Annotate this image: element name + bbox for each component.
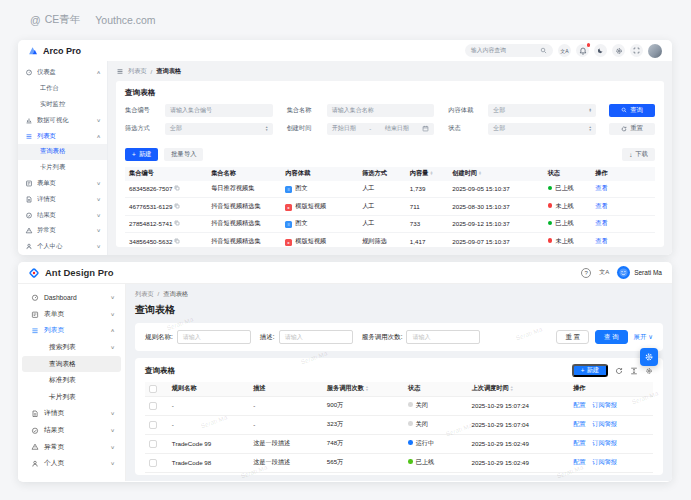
column-header-status: 状态 xyxy=(404,382,468,396)
gear-icon xyxy=(644,352,654,362)
row-checkbox[interactable] xyxy=(149,402,157,410)
create-button[interactable]: + 新建 xyxy=(125,148,158,161)
column-settings-icon[interactable] xyxy=(645,367,653,375)
breadcrumb-item[interactable]: 列表页 xyxy=(135,290,154,299)
sidebar-item-result-pages[interactable]: 结果页 ∨ xyxy=(18,207,107,223)
settings-button[interactable] xyxy=(612,44,625,57)
column-header-calls[interactable]: 服务调用次数▴▾ xyxy=(323,382,404,396)
dark-mode-button[interactable] xyxy=(594,44,607,57)
download-button[interactable]: ↓ 下载 xyxy=(622,148,655,161)
avatar[interactable] xyxy=(648,44,662,58)
sidebar-item-workplace[interactable]: 工作台 xyxy=(18,81,107,97)
sidebar-item-user-center[interactable]: 个人中心 ∨ xyxy=(18,239,107,255)
sort-carets-icon[interactable]: ▴▾ xyxy=(430,171,432,177)
copy-icon[interactable] xyxy=(174,220,180,226)
view-link[interactable]: 查看 xyxy=(595,237,607,244)
configure-link[interactable]: 配置 xyxy=(573,420,585,427)
sidebar-item-profile-pages[interactable]: 详情页 ∨ xyxy=(18,191,107,207)
reset-button[interactable]: 重 置 xyxy=(556,330,589,344)
sidebar-item-label: 结果页 xyxy=(44,426,64,435)
sidebar-item-exception-pages[interactable]: 异常页 ∨ xyxy=(18,223,107,239)
fullscreen-button[interactable] xyxy=(630,44,643,57)
collection-id-input[interactable]: 请输入集合编号 xyxy=(165,104,273,117)
collection-name-input[interactable]: 请输入集合名称 xyxy=(327,104,435,117)
copy-icon[interactable] xyxy=(174,203,180,209)
menu-collapse-icon[interactable] xyxy=(116,68,124,75)
view-link[interactable]: 查看 xyxy=(595,202,607,209)
service-calls-input[interactable]: 请输入 xyxy=(406,330,480,344)
theme-settings-button[interactable] xyxy=(640,348,658,366)
sidebar-item-form-pages[interactable]: 表单页 ∨ xyxy=(22,307,121,323)
search-button[interactable]: 查 询 xyxy=(595,330,628,344)
expand-link-label: 展开 xyxy=(634,333,647,342)
sidebar-item-search-list[interactable]: 搜索列表 ∨ xyxy=(22,340,121,356)
copy-icon[interactable] xyxy=(174,238,180,244)
configure-link[interactable]: 配置 xyxy=(573,439,585,446)
table-header-row: 规则名称 描述 服务调用次数▴▾ 状态 上次调度时间▴▾ 操作 xyxy=(145,382,653,396)
sidebar-item-dashboard[interactable]: Dashboard ∨ xyxy=(22,290,121,306)
breadcrumb-item[interactable]: 列表页 xyxy=(128,67,147,76)
antd-logo[interactable]: Ant Design Pro xyxy=(28,267,114,279)
search-placeholder: 输入内容查询 xyxy=(471,46,506,55)
sidebar-item-form-pages[interactable]: 表单页 ∨ xyxy=(18,176,107,192)
expand-link[interactable]: 展开 ∨ xyxy=(634,333,653,342)
column-header-created[interactable]: 创建时间▴▾ xyxy=(448,167,543,181)
sidebar-item-search-table[interactable]: 查询表格 xyxy=(18,144,107,160)
arco-logo[interactable]: Arco Pro xyxy=(28,45,81,56)
column-header-count[interactable]: 内容量▴▾ xyxy=(406,167,448,181)
view-link[interactable]: 查看 xyxy=(595,184,607,191)
sidebar-item-card-list[interactable]: 卡片列表 xyxy=(22,390,121,406)
sidebar-item-card-list[interactable]: 卡片列表 xyxy=(18,160,107,176)
subscribe-alert-link[interactable]: 订阅警报 xyxy=(592,458,617,465)
column-header-time[interactable]: 上次调度时间▴▾ xyxy=(468,382,570,396)
reload-icon[interactable] xyxy=(615,367,623,375)
sidebar-item-result-pages[interactable]: 结果页 ∨ xyxy=(22,423,121,439)
configure-link[interactable]: 配置 xyxy=(573,458,585,465)
sort-carets-icon[interactable]: ▴▾ xyxy=(366,386,368,392)
create-button[interactable]: + 新建 xyxy=(572,364,608,377)
arco-navbar-actions: 输入内容查询 文A xyxy=(465,44,662,58)
filter-type-select[interactable]: 全部 ▴▾ xyxy=(165,123,273,136)
select-all-checkbox[interactable] xyxy=(149,385,157,393)
row-checkbox[interactable] xyxy=(149,440,157,448)
chevron-down-icon: ∨ xyxy=(110,445,115,450)
sidebar-item-search-table[interactable]: 查询表格 xyxy=(22,356,121,372)
content-genre-select[interactable]: 全部 ▴▾ xyxy=(488,104,596,117)
translate-button[interactable]: 文A xyxy=(558,44,571,57)
row-checkbox[interactable] xyxy=(149,459,157,467)
sidebar-item-profile-pages[interactable]: 详情页 ∨ xyxy=(22,406,121,422)
copy-icon[interactable] xyxy=(174,185,180,191)
create-button-label: 新建 xyxy=(586,366,599,375)
date-range-picker[interactable]: 开始日期 - 结束日期 xyxy=(327,123,435,136)
sidebar-item-list-pages[interactable]: 列表页 ∧ xyxy=(22,323,121,339)
sidebar-item-account-pages[interactable]: 个人页 ∨ xyxy=(22,456,121,472)
arco-global-search-input[interactable]: 输入内容查询 xyxy=(465,44,553,57)
subscribe-alert-link[interactable]: 订阅警报 xyxy=(592,439,617,446)
configure-link[interactable]: 配置 xyxy=(573,401,585,408)
row-checkbox[interactable] xyxy=(149,421,157,429)
search-button[interactable]: 查询 xyxy=(609,104,655,117)
help-button[interactable]: ? xyxy=(581,268,591,278)
subscribe-alert-link[interactable]: 订阅警报 xyxy=(592,401,617,408)
description-input[interactable]: 请输入 xyxy=(279,330,353,344)
view-link[interactable]: 查看 xyxy=(595,219,607,226)
column-header-id: 集合编号 xyxy=(125,167,207,181)
cell-status: 运行中 xyxy=(404,434,468,453)
user-menu[interactable]: Serati Ma xyxy=(617,266,662,279)
sidebar-item-dashboard[interactable]: 仪表盘 ∧ xyxy=(18,65,107,81)
density-icon[interactable] xyxy=(630,367,638,375)
subscribe-alert-link[interactable]: 订阅警报 xyxy=(592,420,617,427)
reset-button[interactable]: 重置 xyxy=(609,123,655,136)
batch-import-button[interactable]: 批量导入 xyxy=(164,148,203,161)
sidebar-item-monitor[interactable]: 实时监控 xyxy=(18,97,107,113)
status-select[interactable]: 全部 ▴▾ xyxy=(488,123,596,136)
translate-button[interactable]: 文A xyxy=(599,268,609,277)
sort-carets-icon[interactable]: ▴▾ xyxy=(479,171,481,177)
sidebar-item-list-pages[interactable]: 列表页 ∧ xyxy=(18,128,107,144)
rule-name-input[interactable]: 请输入 xyxy=(177,330,251,344)
sort-carets-icon[interactable]: ▴▾ xyxy=(511,386,513,392)
sidebar-item-basic-list[interactable]: 标准列表 xyxy=(22,373,121,389)
sidebar-item-exception-pages[interactable]: 异常页 ∨ xyxy=(22,439,121,455)
sidebar-item-visualization[interactable]: 数据可视化 ∨ xyxy=(18,112,107,128)
notifications-button[interactable] xyxy=(576,44,589,57)
